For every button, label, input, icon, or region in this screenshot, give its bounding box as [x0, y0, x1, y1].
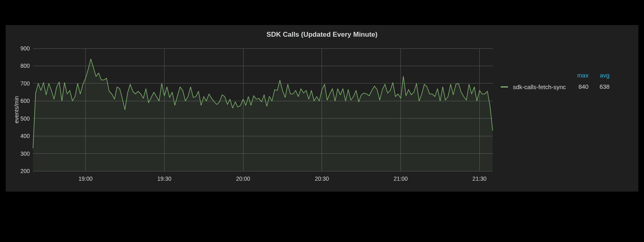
svg-text:200: 200 — [21, 168, 30, 174]
svg-text:400: 400 — [21, 133, 30, 139]
legend-series-name: sdk-calls-fetch-sync — [513, 83, 566, 90]
svg-text:19:00: 19:00 — [78, 175, 93, 182]
svg-text:21:30: 21:30 — [473, 175, 487, 182]
legend: max avg sdk-calls-fetch-sync 840 638 — [501, 70, 638, 93]
panel-title: SDK Calls (Updated Every Minute) — [6, 31, 638, 39]
svg-text:900: 900 — [21, 45, 30, 52]
svg-text:21:00: 21:00 — [394, 175, 408, 182]
svg-text:20:30: 20:30 — [315, 175, 329, 182]
legend-series-avg: 638 — [594, 80, 615, 93]
legend-series-max: 840 — [572, 80, 594, 93]
svg-text:events/min: events/min — [14, 96, 20, 123]
svg-text:500: 500 — [21, 115, 30, 122]
chart-plot-area[interactable]: 20030040050060070080090019:0019:3020:002… — [14, 43, 497, 187]
legend-header-max[interactable]: max — [572, 70, 594, 80]
svg-text:700: 700 — [21, 80, 30, 87]
legend-color-swatch — [501, 86, 508, 88]
svg-text:300: 300 — [21, 150, 30, 157]
svg-text:800: 800 — [21, 63, 30, 69]
svg-text:19:30: 19:30 — [157, 175, 171, 182]
chart-svg: 20030040050060070080090019:0019:3020:002… — [14, 43, 497, 187]
legend-header-avg[interactable]: avg — [594, 70, 615, 80]
legend-row[interactable]: sdk-calls-fetch-sync 840 638 — [501, 80, 615, 93]
svg-text:600: 600 — [21, 98, 30, 104]
svg-text:20:00: 20:00 — [236, 175, 250, 182]
chart-panel: SDK Calls (Updated Every Minute) 2003004… — [6, 25, 638, 192]
